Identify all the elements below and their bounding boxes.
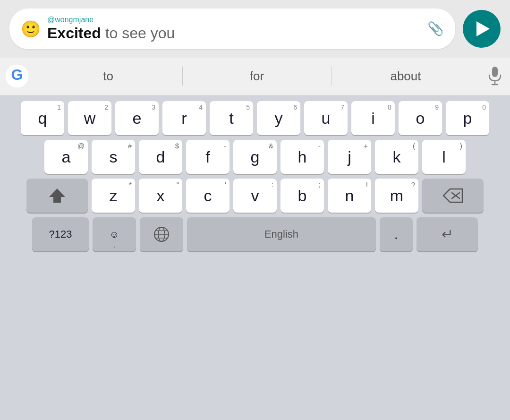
key-e[interactable]: 3 e — [115, 101, 159, 135]
shift-icon — [48, 187, 66, 205]
backspace-icon — [442, 188, 463, 203]
key-w[interactable]: 2 w — [68, 101, 111, 135]
enter-key[interactable]: ↵ — [416, 217, 478, 251]
key-h[interactable]: - h — [280, 140, 324, 174]
key-i[interactable]: 8 i — [351, 101, 395, 135]
backspace-key[interactable] — [422, 179, 484, 213]
key-t[interactable]: 5 t — [210, 101, 253, 135]
message-input-container[interactable]: 🙂 @wongmjane Excited to see you 📎 — [9, 9, 455, 49]
emoji-icon[interactable]: 🙂 — [21, 19, 41, 38]
space-key[interactable]: English — [187, 217, 376, 251]
key-y[interactable]: 6 y — [257, 101, 300, 135]
svg-rect-2 — [492, 67, 498, 77]
number-switch-key[interactable]: ?123 — [32, 217, 89, 251]
key-a[interactable]: @ a — [44, 140, 88, 174]
input-text: Excited to see you — [47, 24, 421, 42]
key-s[interactable]: # s — [92, 140, 135, 174]
key-z[interactable]: * z — [92, 179, 135, 213]
mic-button[interactable] — [484, 66, 505, 86]
shift-key[interactable] — [26, 179, 88, 213]
username-label: @wongmjane — [47, 15, 421, 24]
suggestion-for[interactable]: for — [183, 69, 331, 84]
key-row-2: @ a # s $ d - f & g - h + j ( k — [4, 140, 506, 174]
suggestion-about[interactable]: about — [332, 69, 480, 84]
key-c[interactable]: ' c — [186, 179, 230, 213]
key-n[interactable]: ! n — [328, 179, 371, 213]
key-g[interactable]: & g — [233, 140, 277, 174]
globe-icon — [153, 226, 170, 243]
globe-key[interactable] — [140, 217, 183, 251]
key-row-1: 1 q 2 w 3 e 4 r 5 t 6 y 7 u 8 i — [4, 101, 506, 135]
key-row-4: ?123 ☺ , English . ↵ — [4, 217, 506, 251]
key-p[interactable]: 0 p — [446, 101, 489, 135]
key-q[interactable]: 1 q — [21, 101, 64, 135]
input-bold-text: Excited — [47, 25, 101, 42]
period-key[interactable]: . — [380, 217, 413, 251]
key-u[interactable]: 7 u — [304, 101, 348, 135]
send-button[interactable] — [463, 10, 501, 48]
key-k[interactable]: ( k — [375, 140, 418, 174]
input-normal-text: to see you — [101, 25, 175, 42]
send-arrow-icon — [476, 21, 490, 36]
suggestions-area: to for about — [34, 67, 480, 86]
key-v[interactable]: : v — [233, 179, 277, 213]
key-l[interactable]: ) l — [422, 140, 466, 174]
enter-icon: ↵ — [442, 226, 453, 242]
key-x[interactable]: " x — [139, 179, 182, 213]
suggestions-row: G to for about — [0, 58, 510, 95]
key-b[interactable]: ; b — [280, 179, 324, 213]
key-r[interactable]: 4 r — [162, 101, 206, 135]
top-bar: 🙂 @wongmjane Excited to see you 📎 — [0, 0, 510, 58]
attachment-icon[interactable]: 📎 — [427, 21, 444, 36]
key-j[interactable]: + j — [328, 140, 371, 174]
key-f[interactable]: - f — [186, 140, 230, 174]
svg-text:G: G — [11, 66, 23, 83]
google-logo: G — [5, 64, 29, 88]
key-d[interactable]: $ d — [139, 140, 182, 174]
suggestion-to[interactable]: to — [34, 69, 182, 84]
key-m[interactable]: ? m — [375, 179, 418, 213]
key-row-3: * z " x ' c : v ; b ! n ? m — [4, 179, 506, 213]
input-text-area: @wongmjane Excited to see you — [47, 15, 421, 43]
keyboard: 1 q 2 w 3 e 4 r 5 t 6 y 7 u 8 i — [0, 95, 510, 420]
key-o[interactable]: 9 o — [399, 101, 442, 135]
svg-marker-5 — [49, 189, 65, 203]
emoji-key[interactable]: ☺ , — [93, 217, 136, 251]
